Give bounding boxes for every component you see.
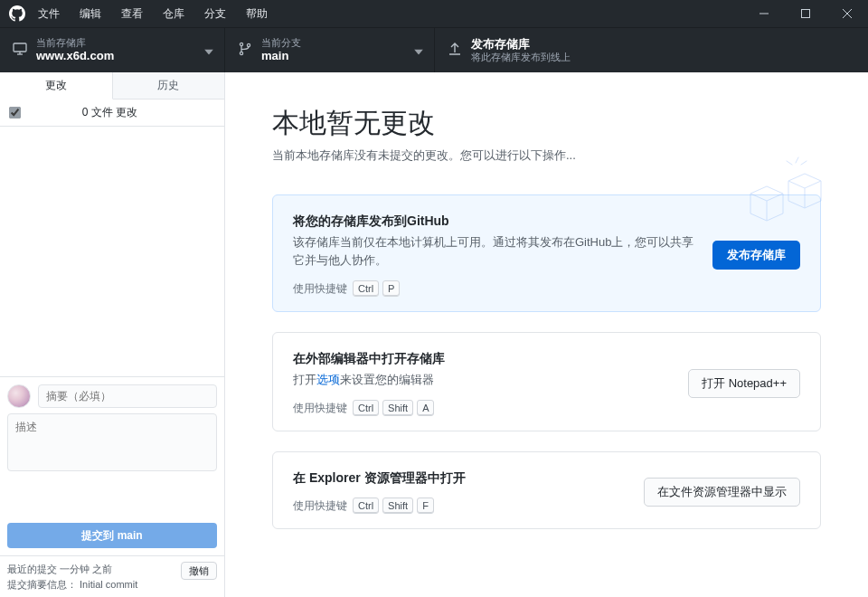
current-repository-selector[interactable]: 当前存储库 www.x6d.com [0, 28, 225, 72]
last-commit-time: 一分钟 之前 [60, 564, 112, 574]
app-menu: 文件 编辑 查看 仓库 分支 帮助 [38, 6, 268, 22]
chevron-down-icon [414, 43, 423, 57]
sidebar: 更改 历史 0 文件 更改 提交到 main 最近的提交 一分钟 之前 [0, 72, 225, 597]
menu-view[interactable]: 查看 [121, 6, 143, 22]
kbd: F [417, 498, 434, 514]
card-shortcut: 使用快捷键 Ctrl Shift A [293, 400, 670, 416]
branch-name: main [261, 49, 301, 63]
last-commit-label: 最近的提交 [7, 564, 57, 574]
card-shortcut: 使用快捷键 Ctrl Shift F [293, 498, 626, 514]
last-commit-info: 最近的提交 一分钟 之前 提交摘要信息： Initial commit 撤销 [0, 555, 224, 597]
repo-name: www.x6d.com [36, 49, 114, 63]
publish-desc: 将此存储库发布到线上 [471, 52, 571, 64]
content-area: 本地暂无更改 当前本地存储库没有未提交的更改。您可以进行以下操作... 将您的存… [225, 72, 868, 597]
commit-summary-input[interactable] [38, 384, 217, 408]
svg-point-7 [240, 43, 242, 45]
commit-button[interactable]: 提交到 main [7, 523, 217, 548]
commit-msg-value: Initial commit [80, 579, 137, 590]
card-title: 在 Explorer 资源管理器中打开 [293, 470, 626, 487]
card-title: 将您的存储库发布到GitHub [293, 213, 694, 230]
kbd: Ctrl [353, 280, 379, 297]
commit-description-input[interactable] [7, 413, 217, 471]
changes-count: 0 文件 更改 [5, 105, 215, 120]
commit-form: 提交到 main [0, 376, 224, 555]
publish-label: 发布存储库 [471, 37, 571, 52]
upload-icon [448, 42, 462, 59]
page-title: 本地暂无更改 [272, 105, 821, 142]
card-desc: 打开选项来设置您的编辑器 [293, 371, 670, 389]
changes-header: 0 文件 更改 [0, 100, 224, 127]
close-button[interactable] [826, 0, 868, 27]
desktop-icon [13, 42, 27, 59]
commit-msg-label: 提交摘要信息： [7, 579, 77, 590]
current-branch-selector[interactable]: 当前分支 main [225, 28, 435, 72]
undo-button[interactable]: 撤销 [181, 562, 217, 580]
options-link[interactable]: 选项 [316, 373, 340, 386]
toolbar: 当前存储库 www.x6d.com 当前分支 main 发布存储库 将此存储库发… [0, 27, 868, 72]
repo-label: 当前存储库 [36, 37, 114, 50]
card-open-explorer: 在 Explorer 资源管理器中打开 使用快捷键 Ctrl Shift F 在… [272, 451, 821, 529]
titlebar: 文件 编辑 查看 仓库 分支 帮助 [0, 0, 868, 27]
svg-rect-1 [802, 10, 810, 18]
chevron-down-icon [204, 43, 213, 57]
publish-repository-button[interactable]: 发布存储库 将此存储库发布到线上 [435, 28, 868, 72]
svg-point-8 [240, 52, 242, 54]
avatar [7, 384, 31, 408]
kbd: A [417, 400, 434, 416]
publish-repo-button[interactable]: 发布存储库 [712, 241, 800, 270]
branch-label: 当前分支 [261, 37, 301, 50]
git-branch-icon [238, 42, 252, 59]
svg-rect-4 [14, 43, 26, 52]
menu-branch[interactable]: 分支 [204, 6, 226, 22]
card-shortcut: 使用快捷键 Ctrl P [293, 280, 694, 297]
menu-repository[interactable]: 仓库 [163, 6, 184, 22]
menu-file[interactable]: 文件 [38, 6, 60, 22]
open-editor-button[interactable]: 打开 Notepad++ [688, 369, 800, 398]
kbd: Ctrl [353, 498, 379, 514]
svg-point-9 [247, 43, 250, 46]
github-logo-icon [9, 5, 25, 22]
minimize-button[interactable] [743, 0, 785, 27]
tab-changes[interactable]: 更改 [0, 72, 113, 100]
kbd: Shift [382, 400, 413, 416]
menu-help[interactable]: 帮助 [246, 6, 268, 22]
tab-history[interactable]: 历史 [113, 72, 225, 99]
card-title: 在外部编辑器中打开存储库 [293, 351, 670, 367]
empty-state-illustration [732, 154, 832, 235]
card-desc: 该存储库当前仅在本地计算机上可用。通过将其发布在GitHub上，您可以共享它并与… [293, 233, 694, 270]
card-open-editor: 在外部编辑器中打开存储库 打开选项来设置您的编辑器 使用快捷键 Ctrl Shi… [272, 332, 821, 431]
kbd: Shift [382, 498, 413, 514]
kbd: Ctrl [353, 400, 379, 416]
open-explorer-button[interactable]: 在文件资源管理器中显示 [644, 478, 800, 507]
maximize-button[interactable] [785, 0, 826, 27]
kbd: P [382, 280, 400, 297]
sidebar-tabs: 更改 历史 [0, 72, 224, 100]
menu-edit[interactable]: 编辑 [80, 6, 101, 22]
